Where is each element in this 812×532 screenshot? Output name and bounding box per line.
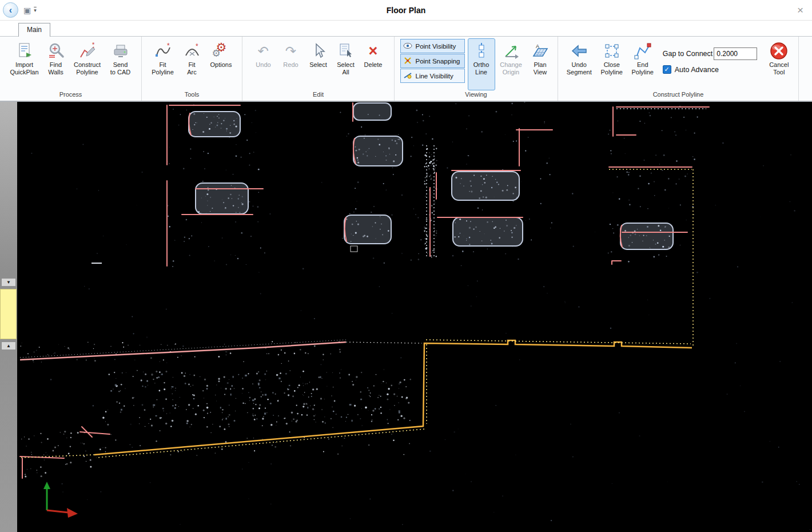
- construct-polyline-icon: *: [78, 41, 97, 61]
- select-all-button[interactable]: SelectAll: [333, 38, 359, 90]
- close-polyline-button[interactable]: ClosePolyline: [597, 38, 627, 90]
- gap-to-connect-input[interactable]: [714, 47, 757, 60]
- vertical-scrollbar[interactable]: ▼ ▲: [0, 102, 17, 532]
- auto-advance-label: Auto Advance: [675, 66, 719, 74]
- undo-button[interactable]: ↶ Undo: [250, 38, 277, 90]
- delete-icon: ×: [369, 41, 378, 61]
- find-walls-button[interactable]: FindWalls: [43, 38, 69, 90]
- floorplan-canvas[interactable]: [17, 102, 812, 532]
- group-label-viewing: Viewing: [395, 90, 558, 101]
- change-origin-icon: [502, 41, 520, 61]
- send-to-cad-button[interactable]: Sendto CAD: [106, 38, 135, 90]
- close-polyline-icon: [603, 41, 621, 61]
- back-button[interactable]: ‹: [3, 2, 18, 18]
- group-label-process: Process: [0, 90, 141, 101]
- tab-main[interactable]: Main: [18, 23, 50, 37]
- undo-segment-icon: [570, 41, 588, 61]
- svg-text:*: *: [92, 42, 95, 48]
- plan-view-button[interactable]: A PlanView: [527, 38, 554, 90]
- check-icon: ✓: [664, 66, 670, 73]
- point-visibility-icon: [403, 41, 412, 51]
- ribbon-group-edit: ↶ Undo ↷ Redo Select SelectAll ×: [242, 37, 395, 101]
- customize-icon[interactable]: ▾: [34, 7, 37, 13]
- change-origin-button[interactable]: ChangeOrigin: [496, 38, 526, 90]
- end-polyline-button[interactable]: EndPolyline: [628, 38, 658, 90]
- redo-button[interactable]: ↷ Redo: [278, 38, 304, 90]
- scroll-up-icon: ▲: [6, 343, 11, 348]
- options-icon: ⚙⚙: [212, 41, 231, 61]
- back-icon: ‹: [9, 5, 12, 15]
- viewing-toggles: Point Visibility Point Snapping Line Vis…: [400, 39, 464, 90]
- import-quickplan-icon: [15, 41, 34, 61]
- construct-fields: Gap to Connect ✓ Auto Advance: [663, 47, 758, 90]
- construct-polyline-button[interactable]: * ConstructPolyline: [70, 38, 105, 90]
- cancel-tool-icon: [769, 41, 789, 61]
- select-all-icon: [337, 41, 355, 61]
- select-button[interactable]: Select: [305, 38, 332, 90]
- point-visibility-toggle[interactable]: Point Visibility: [400, 39, 464, 53]
- line-visibility-toggle[interactable]: Line Visibility: [400, 69, 464, 83]
- ribbon-group-construct-polyline: UndoSegment ClosePolyline EndPolyline Ga…: [558, 37, 799, 101]
- group-label-edit: Edit: [242, 90, 394, 101]
- window-icon[interactable]: ▣: [23, 6, 31, 15]
- redo-icon: ↷: [285, 41, 296, 61]
- line-visibility-icon: [403, 71, 412, 81]
- point-snapping-toggle[interactable]: Point Snapping: [400, 54, 464, 68]
- group-label-tools: Tools: [142, 90, 242, 101]
- options-button[interactable]: ⚙⚙ Options: [206, 38, 237, 90]
- window-title: Floor Plan: [0, 6, 812, 15]
- undo-segment-button[interactable]: UndoSegment: [563, 38, 596, 90]
- auto-advance-checkbox[interactable]: ✓: [663, 65, 671, 74]
- end-polyline-icon: [634, 41, 652, 61]
- svg-text:*: *: [167, 42, 170, 50]
- ribbon: ImportQuickPlan FindWalls * ConstructPol…: [0, 37, 812, 102]
- ribbon-group-process: ImportQuickPlan FindWalls * ConstructPol…: [0, 37, 142, 101]
- close-icon[interactable]: ×: [797, 5, 803, 15]
- fit-polyline-button[interactable]: * FitPolyline: [148, 38, 178, 90]
- fit-arc-button[interactable]: * FitArc: [180, 38, 205, 90]
- select-icon: [309, 41, 328, 61]
- workspace: ▼ ▲: [0, 102, 812, 532]
- tab-bar: Main: [0, 21, 812, 37]
- send-to-cad-icon: [112, 41, 130, 61]
- titlebar: ‹ ▣ ▾ Floor Plan ×: [0, 0, 812, 21]
- point-snapping-icon: [403, 56, 412, 66]
- scroll-up-button[interactable]: ▲: [1, 342, 16, 350]
- line-visibility-label: Line Visibility: [415, 73, 453, 80]
- gap-to-connect-label: Gap to Connect: [663, 50, 713, 58]
- group-label-construct-polyline: Construct Polyline: [558, 90, 798, 101]
- ribbon-spacer: [799, 37, 812, 101]
- point-snapping-label: Point Snapping: [415, 58, 460, 65]
- undo-icon: ↶: [258, 41, 269, 61]
- scroll-down-button[interactable]: ▼: [1, 278, 16, 287]
- ribbon-group-viewing: Point Visibility Point Snapping Line Vis…: [395, 37, 558, 101]
- svg-text:*: *: [196, 42, 198, 50]
- ortho-line-button[interactable]: OrthoLine: [468, 38, 495, 90]
- scroll-thumb-highlight[interactable]: [0, 289, 17, 339]
- point-visibility-label: Point Visibility: [415, 43, 456, 50]
- fit-polyline-icon: *: [154, 41, 172, 61]
- ortho-line-icon: [472, 41, 491, 61]
- fit-arc-icon: *: [183, 41, 201, 61]
- plan-view-icon: A: [531, 41, 550, 61]
- delete-button[interactable]: × Delete: [360, 38, 387, 90]
- find-walls-icon: [47, 41, 65, 61]
- import-quickplan-button[interactable]: ImportQuickPlan: [7, 38, 42, 90]
- ribbon-group-tools: * FitPolyline * FitArc ⚙⚙ Options Tools: [142, 37, 242, 101]
- scroll-down-icon: ▼: [6, 280, 11, 285]
- cancel-tool-button[interactable]: CancelTool: [764, 38, 794, 90]
